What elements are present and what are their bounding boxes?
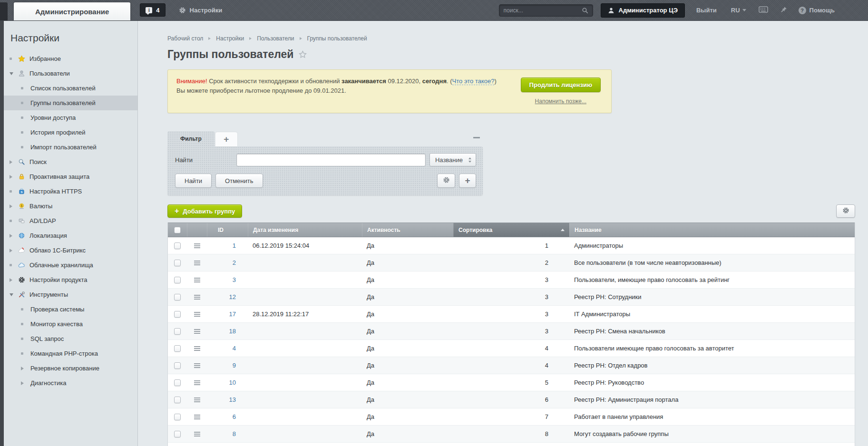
tab-administration[interactable]: Администрирование (14, 2, 130, 20)
sidebar-item[interactable]: SНастройка HTTPS (4, 184, 137, 199)
breadcrumb-link[interactable]: Настройки (216, 35, 244, 42)
find-button[interactable]: Найти (175, 174, 212, 188)
expander-icon[interactable] (21, 367, 28, 370)
row-id-link[interactable]: 1 (233, 242, 236, 249)
row-menu-icon[interactable] (194, 434, 200, 435)
column-header-name[interactable]: Название (569, 223, 855, 237)
sidebar-item[interactable]: Монитор качества (4, 317, 137, 331)
sidebar-item[interactable]: Облачные хранилища (4, 258, 137, 272)
column-header-active[interactable]: Активность (362, 223, 453, 237)
expander-icon[interactable] (10, 234, 16, 238)
sidebar-item[interactable]: SQL запрос (4, 331, 137, 346)
filter-tab[interactable]: Фильтр (167, 131, 215, 146)
expander-icon[interactable] (21, 381, 28, 385)
row-menu-icon[interactable] (194, 399, 200, 400)
filter-settings-button[interactable] (437, 174, 455, 188)
topbar-search-input[interactable] (504, 7, 582, 14)
sidebar-item[interactable]: Группы пользователей (4, 96, 137, 110)
row-checkbox[interactable] (174, 294, 181, 301)
column-header-date[interactable]: Дата изменения (248, 223, 362, 237)
row-menu-icon[interactable] (194, 365, 200, 366)
breadcrumb-link[interactable]: Группы пользователей (307, 35, 367, 42)
table-settings-button[interactable] (836, 204, 855, 218)
column-header-sort[interactable]: Сортировка (453, 223, 569, 237)
row-menu-icon[interactable] (194, 331, 200, 332)
row-id-link[interactable]: 18 (229, 328, 236, 335)
add-group-button[interactable]: + Добавить группу (167, 204, 242, 218)
language-selector[interactable]: RU (731, 7, 746, 14)
sidebar-item[interactable]: Локализация (4, 228, 137, 243)
pin-panel-button[interactable] (780, 6, 787, 14)
row-menu-icon[interactable] (194, 382, 200, 383)
sidebar-item[interactable]: Избранное (4, 51, 137, 66)
row-menu-icon[interactable] (194, 297, 200, 298)
sidebar-item[interactable]: Список пользователей (4, 81, 137, 96)
row-id-link[interactable]: 9 (233, 362, 236, 369)
sidebar-item[interactable]: Уровни доступа (4, 110, 137, 125)
add-filter-field-button[interactable]: + (459, 174, 476, 188)
expander-icon[interactable] (10, 249, 16, 252)
row-id-link[interactable]: 12 (229, 293, 236, 301)
row-checkbox[interactable] (174, 277, 181, 283)
collapse-filter-button[interactable] (473, 137, 480, 138)
row-menu-icon[interactable] (194, 348, 200, 349)
current-user-button[interactable]: Администратор ЦЭ (601, 3, 685, 18)
row-id-link[interactable]: 17 (229, 310, 236, 318)
sidebar-item[interactable]: Пользователи (4, 66, 137, 81)
row-checkbox[interactable] (174, 328, 181, 335)
sidebar-item[interactable]: Резервное копирование (4, 361, 137, 376)
row-id-link[interactable]: 10 (229, 379, 236, 386)
what-is-this-link[interactable]: Что это такое? (452, 78, 495, 85)
filter-search-input[interactable] (236, 154, 426, 166)
hotkeys-keyboard-button[interactable] (759, 6, 768, 14)
expander-icon[interactable] (10, 72, 16, 75)
row-id-link[interactable]: 6 (233, 413, 236, 420)
row-checkbox[interactable] (174, 414, 181, 420)
sidebar-item[interactable]: Импорт пользователей (4, 140, 137, 155)
row-menu-icon[interactable] (194, 314, 200, 315)
row-id-link[interactable]: 8 (233, 430, 236, 437)
row-id-link[interactable]: 4 (233, 345, 236, 352)
row-id-link[interactable]: 2 (233, 259, 236, 266)
row-menu-icon[interactable] (194, 417, 200, 417)
expander-icon[interactable] (10, 278, 16, 282)
sidebar-item[interactable]: История профилей (4, 125, 137, 140)
row-id-link[interactable]: 13 (229, 396, 236, 403)
expander-icon[interactable] (10, 204, 16, 208)
extend-license-button[interactable]: Продлить лицензию (521, 78, 601, 92)
expander-icon[interactable] (10, 293, 16, 296)
sidebar-item[interactable]: Облако 1С-Битрикс (4, 243, 137, 258)
logout-link[interactable]: Выйти (696, 7, 717, 14)
remind-later-link[interactable]: Напомнить позже... (535, 97, 586, 106)
breadcrumb-link[interactable]: Пользователи (257, 35, 294, 42)
favorite-star-icon[interactable] (299, 50, 307, 58)
row-checkbox[interactable] (174, 242, 181, 249)
sidebar-item[interactable]: Настройки продукта (4, 272, 137, 287)
sidebar-item[interactable]: Инструменты (4, 287, 137, 302)
row-checkbox[interactable] (174, 362, 181, 369)
row-menu-icon[interactable] (194, 280, 200, 281)
column-header-id[interactable]: ID (207, 223, 248, 237)
sidebar-item[interactable]: $Валюты (4, 199, 137, 213)
sidebar-item[interactable]: Командная PHP-строка (4, 346, 137, 361)
sidebar-item[interactable]: AD/LDAP (4, 213, 137, 228)
add-filter-tab-button[interactable]: + (215, 132, 237, 146)
row-menu-icon[interactable] (194, 245, 200, 246)
sidebar-item[interactable]: Проверка системы (4, 302, 137, 317)
sidebar-item[interactable]: Диагностика (4, 376, 137, 390)
help-button[interactable]: ? Помощь (799, 7, 835, 14)
row-menu-icon[interactable] (194, 262, 200, 263)
row-checkbox[interactable] (174, 311, 181, 318)
expander-icon[interactable] (10, 160, 16, 164)
filter-field-select[interactable]: Название (429, 153, 476, 166)
sidebar-item[interactable]: Поиск (4, 155, 137, 169)
notifications-button[interactable]: i 4 (140, 3, 165, 17)
sidebar-collapse-strip[interactable] (0, 21, 4, 446)
row-checkbox[interactable] (174, 379, 181, 386)
row-checkbox[interactable] (174, 431, 181, 437)
breadcrumb-link[interactable]: Рабочий стол (167, 35, 203, 42)
select-all-checkbox[interactable] (174, 227, 181, 233)
row-checkbox[interactable] (174, 260, 181, 266)
collapsed-site-tab[interactable] (0, 2, 8, 20)
cancel-button[interactable]: Отменить (215, 174, 263, 188)
